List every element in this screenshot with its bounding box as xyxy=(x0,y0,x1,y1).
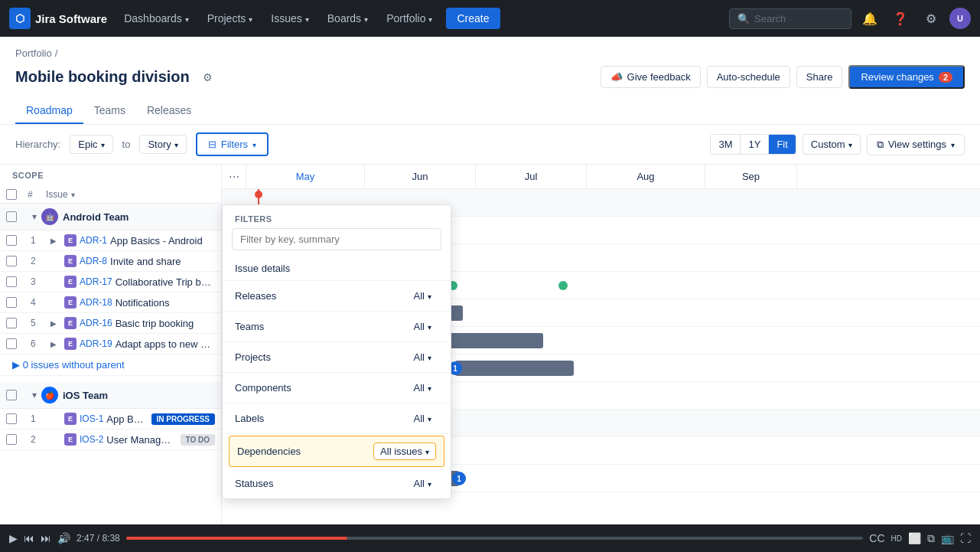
nav-boards[interactable]: Boards xyxy=(320,8,376,29)
nav-projects[interactable]: Projects xyxy=(200,8,261,29)
issue-key-ios1[interactable]: IOS-1 xyxy=(80,413,103,424)
user-avatar[interactable]: U xyxy=(949,8,971,29)
row-3-checkbox[interactable] xyxy=(6,276,17,287)
gantt-bar-adr19: 1 xyxy=(455,361,574,376)
ios-epic-type-icon-2: E xyxy=(64,433,77,446)
play-button[interactable]: ▶ xyxy=(9,532,18,544)
breadcrumb-separator: / xyxy=(55,47,58,59)
nav-dashboards[interactable]: Dashboards xyxy=(116,8,197,29)
filters-button[interactable]: ⊟ Filters xyxy=(196,132,269,156)
filter-labels-select[interactable]: All xyxy=(407,410,438,427)
android-team-row: ▾ 🤖 Android Team xyxy=(0,204,221,230)
fullscreen-button[interactable]: ⛶ xyxy=(960,532,971,544)
table-row[interactable]: 2 E IOS-2 User Management TO DO xyxy=(0,430,221,450)
issue-key-adr18[interactable]: ADR-18 xyxy=(80,297,112,308)
no-parent-row[interactable]: ▶ 0 issues without parent xyxy=(0,354,221,376)
row-2-checkbox[interactable] xyxy=(6,256,17,266)
table-row[interactable]: 1 ▶ E ADR-1 App Basics - Android xyxy=(0,230,221,251)
row-4-checkbox[interactable] xyxy=(6,297,17,308)
pip-button[interactable]: ⧉ xyxy=(927,532,935,545)
filter-statuses-select[interactable]: All xyxy=(407,475,438,492)
theater-button[interactable]: ⬜ xyxy=(908,532,921,544)
nav-portfolio[interactable]: Portfolio xyxy=(379,8,440,29)
filter-row-components: Components All xyxy=(223,373,451,403)
issue-key-adr17[interactable]: ADR-17 xyxy=(80,276,112,287)
tab-roadmap[interactable]: Roadmap xyxy=(15,98,83,124)
forward-button[interactable]: ⏭ xyxy=(41,532,51,544)
breadcrumb-parent[interactable]: Portfolio xyxy=(15,47,52,59)
filter-components-select[interactable]: All xyxy=(407,379,438,397)
android-team-chevron-icon[interactable]: ▾ xyxy=(32,211,37,222)
video-progress-bar[interactable] xyxy=(126,537,864,540)
header-actions: 📣 Give feedback Auto-schedule Share Revi… xyxy=(601,65,965,89)
filter-search-input[interactable] xyxy=(232,228,441,250)
issue-key-adr1[interactable]: ADR-1 xyxy=(80,235,107,246)
notifications-icon-btn[interactable]: 🔔 xyxy=(858,6,882,31)
captions-button[interactable]: CC xyxy=(869,532,884,544)
row-1-checkbox[interactable] xyxy=(6,235,17,246)
gantt-options-button[interactable]: ⋯ xyxy=(222,165,246,188)
filter-teams-select[interactable]: All xyxy=(407,318,438,335)
table-row[interactable]: 1 E IOS-1 App Basics - iOS IN PROGRESS xyxy=(0,409,221,430)
table-row[interactable]: 2 E ADR-8 Invite and share xyxy=(0,251,221,272)
row-6-expand-icon[interactable]: ▶ xyxy=(50,340,61,348)
gantt-header: ⋯ May Jun Jul Aug Sep xyxy=(222,165,980,189)
epic-type-icon: E xyxy=(64,234,77,247)
hierarchy-from-select[interactable]: Epic xyxy=(70,135,112,154)
filter-releases-select[interactable]: All xyxy=(407,287,438,305)
issue-title-adr17: Collaborative Trip bookin… xyxy=(116,276,215,288)
review-changes-button[interactable]: Review changes 2 xyxy=(848,65,965,89)
issue-key-adr8[interactable]: ADR-8 xyxy=(80,256,107,266)
filter-label-releases: Releases xyxy=(235,290,407,302)
create-button[interactable]: Create xyxy=(446,8,500,29)
tab-releases[interactable]: Releases xyxy=(136,98,202,124)
hierarchy-to-select[interactable]: Story xyxy=(139,135,186,154)
project-settings-button[interactable]: ⚙ xyxy=(197,67,219,88)
skip-back-button[interactable]: ⏮ xyxy=(24,532,34,544)
share-button[interactable]: Share xyxy=(796,66,843,88)
row-5-checkbox[interactable] xyxy=(6,318,17,328)
filter-row-statuses: Statuses All xyxy=(223,469,451,498)
time-fit-button[interactable]: Fit xyxy=(769,135,795,154)
table-row[interactable]: 6 ▶ E ADR-19 Adapt apps to new paym… xyxy=(0,334,221,354)
settings-icon-btn[interactable]: ⚙ xyxy=(919,6,943,31)
ios-team-checkbox[interactable] xyxy=(6,390,17,400)
auto-schedule-button[interactable]: Auto-schedule xyxy=(707,66,790,88)
tab-teams[interactable]: Teams xyxy=(83,98,136,124)
filter-projects-select[interactable]: All xyxy=(407,348,438,366)
table-row[interactable]: 5 ▶ E ADR-16 Basic trip booking xyxy=(0,313,221,334)
search-bar[interactable]: 🔍 Search xyxy=(729,8,851,29)
ios-row-2-checkbox[interactable] xyxy=(6,434,17,445)
volume-button[interactable]: 🔊 xyxy=(57,532,70,544)
view-settings-button[interactable]: ⧉ View settings xyxy=(867,134,965,155)
filter-panel: FILTERS Issue details Releases All Teams… xyxy=(222,204,451,499)
hd-button[interactable]: HD xyxy=(891,534,902,543)
app-name: Jira Software xyxy=(35,12,107,25)
table-row[interactable]: 3 E ADR-17 Collaborative Trip bookin… xyxy=(0,272,221,292)
help-icon-btn[interactable]: ❓ xyxy=(888,6,913,31)
row-5-expand-icon[interactable]: ▶ xyxy=(50,319,61,328)
nav-issues[interactable]: Issues xyxy=(263,8,316,29)
select-all-checkbox[interactable] xyxy=(6,189,17,200)
issue-key-adr16[interactable]: ADR-16 xyxy=(80,318,112,328)
custom-time-button[interactable]: Custom xyxy=(803,134,861,155)
dependencies-chevron-icon xyxy=(425,446,429,457)
ios-team-chevron-icon[interactable]: ▾ xyxy=(32,390,37,400)
ios-row-1-checkbox[interactable] xyxy=(6,413,17,424)
issue-key-adr19[interactable]: ADR-19 xyxy=(80,338,112,349)
cast-button[interactable]: 📺 xyxy=(941,532,954,544)
issue-key-ios2[interactable]: IOS-2 xyxy=(80,434,103,445)
time-1y-button[interactable]: 1Y xyxy=(741,135,769,154)
in-progress-badge: IN PROGRESS xyxy=(151,413,215,425)
android-team-checkbox[interactable] xyxy=(6,211,17,222)
give-feedback-button[interactable]: 📣 Give feedback xyxy=(601,66,701,88)
table-row[interactable]: 4 E ADR-18 Notifications xyxy=(0,292,221,313)
row-6-checkbox[interactable] xyxy=(6,338,17,349)
filter-dependencies-select[interactable]: All issues xyxy=(373,443,436,460)
app-logo[interactable]: ⬡ Jira Software xyxy=(9,8,107,29)
row-1-expand-icon[interactable]: ▶ xyxy=(50,237,61,245)
gantt-month-may: May xyxy=(246,165,365,188)
releases-chevron-icon xyxy=(428,290,431,302)
filter-row-projects: Projects All xyxy=(223,342,451,373)
time-3m-button[interactable]: 3M xyxy=(711,135,741,154)
